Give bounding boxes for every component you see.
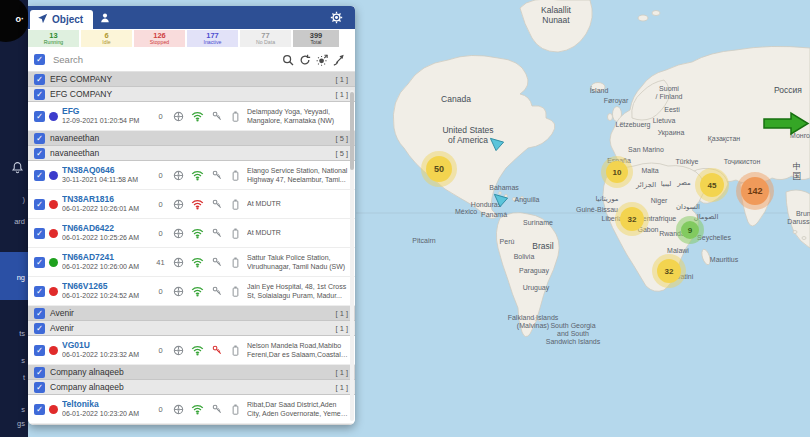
battery-icon[interactable] (228, 228, 243, 239)
subgroup-row[interactable]: ✓Avenir[ 1 ] (28, 321, 355, 336)
wheel-icon[interactable] (171, 170, 186, 181)
stat-stopped[interactable]: 126Stopped (134, 30, 185, 47)
row-checkbox[interactable]: ✓ (34, 89, 45, 100)
signal-icon[interactable] (190, 257, 205, 268)
battery-icon[interactable] (228, 404, 243, 415)
group-row[interactable]: ✓Company alnaqeeb[ 1 ] (28, 365, 355, 380)
row-checkbox[interactable]: ✓ (34, 286, 45, 297)
object-name-link[interactable]: Teltonika (62, 399, 150, 410)
search-input[interactable] (51, 53, 273, 66)
row-checkbox[interactable]: ✓ (34, 404, 45, 415)
key-icon[interactable] (209, 199, 224, 209)
object-row[interactable]: ✓Teltonika06-01-2022 10:23:20 AM0Ribat,D… (28, 395, 355, 424)
sidebar-menu-item[interactable]: ts (19, 329, 25, 338)
wheel-icon[interactable] (171, 228, 186, 239)
row-checkbox[interactable]: ✓ (34, 345, 45, 356)
group-row[interactable]: ✓Avenir[ 1 ] (28, 306, 355, 321)
row-checkbox[interactable]: ✓ (34, 74, 45, 85)
signal-icon[interactable] (190, 170, 205, 181)
person-icon[interactable] (93, 6, 117, 29)
gear-arrow-icon[interactable] (313, 52, 330, 67)
sidebar-menu-item[interactable]: t (23, 373, 25, 382)
map-cluster-marker[interactable]: 45 (700, 173, 724, 197)
row-checkbox[interactable]: ✓ (34, 323, 45, 334)
battery-icon[interactable] (228, 345, 243, 356)
map-cluster-marker[interactable]: 10 (606, 161, 628, 183)
wheel-icon[interactable] (171, 286, 186, 297)
object-row[interactable]: ✓VG01U06-01-2022 10:23:32 AM0Nelson Mand… (28, 336, 355, 365)
battery-icon[interactable] (228, 286, 243, 297)
stat-running[interactable]: 13Running (28, 30, 79, 47)
battery-icon[interactable] (228, 111, 243, 122)
signal-icon[interactable] (190, 345, 205, 356)
battery-icon[interactable] (228, 257, 243, 268)
row-checkbox[interactable]: ✓ (34, 111, 45, 122)
tab-object[interactable]: Object (30, 10, 93, 29)
map-pointer-marker[interactable] (489, 136, 506, 157)
signal-icon[interactable] (190, 286, 205, 297)
group-row[interactable]: ✓navaneethan[ 5 ] (28, 131, 355, 146)
row-checkbox[interactable]: ✓ (34, 228, 45, 239)
signal-icon[interactable] (190, 404, 205, 415)
refresh-icon[interactable] (296, 52, 313, 67)
object-row[interactable]: ✓TN38AQ064630-11-2021 04:11:58 AM0Elango… (28, 161, 355, 190)
sidebar-menu-item[interactable]: ) (23, 195, 26, 204)
stat-nodata[interactable]: 77No Data (240, 30, 291, 47)
subgroup-row[interactable]: ✓Company alnaqeeb[ 1 ] (28, 380, 355, 395)
key-icon[interactable] (209, 286, 224, 296)
object-name-link[interactable]: TN66AD7241 (62, 252, 150, 263)
battery-icon[interactable] (228, 199, 243, 210)
stat-idle[interactable]: 6Idle (81, 30, 132, 47)
object-row[interactable]: ✓TN38AR181606-01-2022 10:26:01 AM0At MDU… (28, 190, 355, 219)
map-cluster-marker[interactable]: 50 (426, 156, 452, 182)
key-icon[interactable] (209, 228, 224, 238)
key-icon[interactable] (209, 170, 224, 180)
row-checkbox[interactable]: ✓ (34, 257, 45, 268)
sidebar-menu-item[interactable]: gs (17, 419, 25, 428)
send-location-icon[interactable] (330, 52, 347, 67)
map-pointer-marker[interactable] (493, 192, 510, 213)
wheel-icon[interactable] (171, 404, 186, 415)
row-checkbox[interactable]: ✓ (34, 367, 45, 378)
map-cluster-marker[interactable]: 142 (741, 177, 769, 205)
stat-inactive[interactable]: 177Inactive (187, 30, 238, 47)
object-name-link[interactable]: TN38AQ0646 (62, 165, 150, 176)
object-name-link[interactable]: EFG (62, 106, 150, 117)
object-name-link[interactable]: TN66V1265 (62, 281, 150, 292)
object-name-link[interactable]: TN38AR1816 (62, 194, 150, 205)
group-row[interactable]: ✓EFG COMPANY[ 1 ] (28, 72, 355, 87)
object-name-link[interactable]: VG01U (62, 340, 150, 351)
row-checkbox[interactable]: ✓ (34, 199, 45, 210)
group-row[interactable]: ✓ET company[ 1 ] (28, 424, 355, 425)
wheel-icon[interactable] (171, 257, 186, 268)
subgroup-row[interactable]: ✓navaneethan[ 5 ] (28, 146, 355, 161)
subgroup-row[interactable]: ✓EFG COMPANY[ 1 ] (28, 87, 355, 102)
row-checkbox[interactable]: ✓ (34, 133, 45, 144)
stat-total[interactable]: 399Total (293, 30, 339, 47)
row-checkbox[interactable]: ✓ (34, 308, 45, 319)
battery-icon[interactable] (228, 170, 243, 181)
row-checkbox[interactable]: ✓ (34, 148, 45, 159)
signal-icon[interactable] (190, 228, 205, 239)
bell-icon[interactable] (11, 160, 24, 178)
scrollbar-thumb[interactable] (350, 92, 354, 170)
settings-gear-icon[interactable] (324, 6, 348, 29)
object-row[interactable]: ✓EFG12-09-2021 01:20:54 PM0Delampady Yog… (28, 102, 355, 131)
map-cluster-marker[interactable]: 32 (657, 259, 681, 283)
map-cluster-marker[interactable]: 9 (681, 221, 699, 239)
key-icon[interactable] (209, 257, 224, 267)
object-name-link[interactable]: TN66AD6422 (62, 223, 150, 234)
green-arrow-marker[interactable] (763, 111, 810, 136)
row-checkbox[interactable]: ✓ (34, 382, 45, 393)
key-icon[interactable] (209, 111, 224, 121)
sidebar-menu-item[interactable]: ard (14, 217, 25, 226)
object-row[interactable]: ✓TN66V126506-01-2022 10:24:52 AM0Jain Ey… (28, 277, 355, 306)
sidebar-menu-item[interactable]: s (21, 356, 25, 365)
row-checkbox[interactable]: ✓ (34, 170, 45, 181)
signal-icon[interactable] (190, 111, 205, 122)
wheel-icon[interactable] (171, 199, 186, 210)
wheel-icon[interactable] (171, 345, 186, 356)
key-icon[interactable] (209, 345, 224, 355)
signal-icon[interactable] (190, 199, 205, 210)
select-all-checkbox[interactable]: ✓ (34, 54, 45, 65)
